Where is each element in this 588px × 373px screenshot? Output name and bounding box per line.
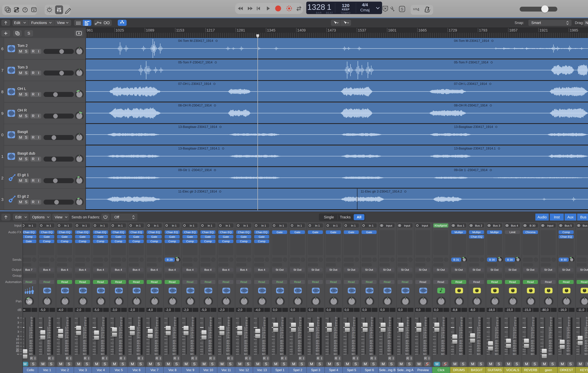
- svg-text:?: ?: [24, 8, 26, 11]
- svg-text:-20: -20: [27, 300, 32, 304]
- svg-text:S: S: [401, 7, 403, 11]
